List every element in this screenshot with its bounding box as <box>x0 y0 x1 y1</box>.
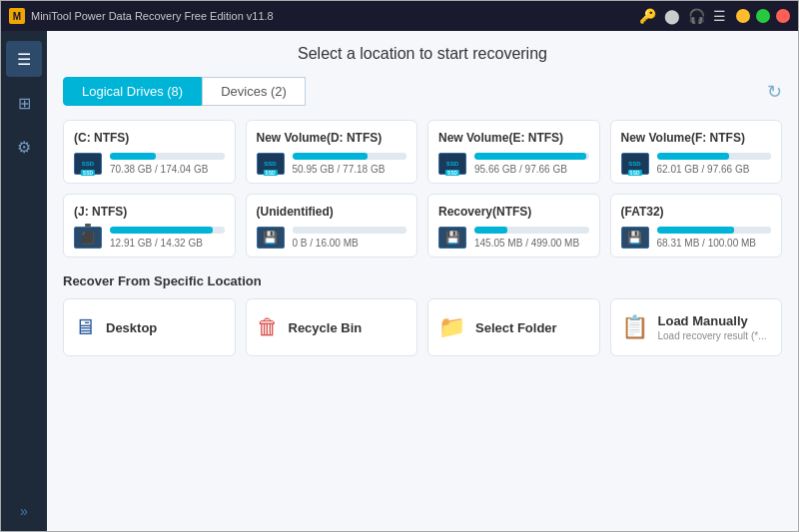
specific-location-title: Recover From Specific Location <box>63 273 782 288</box>
drive-info-6: 145.05 MB / 499.00 MB <box>474 227 589 249</box>
hdd-icon: 💾 <box>257 227 285 249</box>
drive-size-4: 12.91 GB / 14.32 GB <box>110 238 225 249</box>
drive-bar-container-7 <box>657 227 772 234</box>
tab-logical-drives[interactable]: Logical Drives (8) <box>63 77 202 106</box>
close-button[interactable] <box>776 9 790 23</box>
location-label-0: Desktop <box>106 320 157 335</box>
location-card-folder[interactable]: 📁 Select Folder <box>427 298 600 356</box>
drive-size-1: 50.95 GB / 77.18 GB <box>293 164 407 175</box>
app-title: MiniTool Power Data Recovery Free Editio… <box>31 10 633 22</box>
grid-icon: ⊞ <box>18 94 31 113</box>
drive-card-5[interactable]: (Unidentified) 💾 0 B / 16.00 MB <box>246 194 418 258</box>
locations-grid: 🖥 Desktop 🗑 Recycle Bin 📁 Select Folder … <box>63 298 782 356</box>
drive-info-2: 95.66 GB / 97.66 GB <box>474 153 589 175</box>
location-sublabel-3: Load recovery result (*... <box>658 330 767 341</box>
drive-card-3[interactable]: New Volume(F: NTFS) SSD SSD 62.01 GB / 9… <box>610 120 783 184</box>
tab-devices[interactable]: Devices (2) <box>202 77 306 106</box>
drive-info-3: 62.01 GB / 97.66 GB <box>657 153 772 175</box>
drive-bar-2 <box>474 153 586 160</box>
app-container: ☰ ⊞ ⚙ » Select a location to start recov… <box>1 31 798 532</box>
drive-size-2: 95.66 GB / 97.66 GB <box>474 164 589 175</box>
folder-icon: 📁 <box>438 314 465 340</box>
location-label-1: Recycle Bin <box>289 320 363 335</box>
menu-icon[interactable]: ☰ <box>713 8 726 24</box>
window-controls <box>736 9 790 23</box>
headset-icon[interactable]: 🎧 <box>688 8 705 24</box>
drive-info-0: 70.38 GB / 174.04 GB <box>110 153 225 175</box>
ssd-icon: SSD SSD <box>74 153 102 175</box>
minimize-button[interactable] <box>736 9 750 23</box>
sidebar: ☰ ⊞ ⚙ » <box>1 31 47 532</box>
drive-size-7: 68.31 MB / 100.00 MB <box>657 238 772 249</box>
sidebar-bottom: » <box>16 499 32 523</box>
drive-size-6: 145.05 MB / 499.00 MB <box>474 238 589 249</box>
drive-bar-container-1 <box>293 153 407 160</box>
drive-bar-0 <box>110 153 156 160</box>
circle-icon[interactable]: ⬤ <box>664 8 680 24</box>
titlebar-icons: 🔑 ⬤ 🎧 ☰ <box>639 8 726 24</box>
drive-size-3: 62.01 GB / 97.66 GB <box>657 164 772 175</box>
desktop-icon: 🖥 <box>74 314 96 340</box>
drive-bar-container-4 <box>110 227 225 234</box>
hdd-icon: 💾 <box>621 227 649 249</box>
settings-icon: ⚙ <box>17 138 31 157</box>
ssd-icon: SSD SSD <box>438 153 466 175</box>
drive-bar-4 <box>110 227 213 234</box>
sidebar-item-settings[interactable]: ⚙ <box>6 129 42 165</box>
page-title: Select a location to start recovering <box>63 45 782 63</box>
drive-label-7: (FAT32) <box>621 205 772 219</box>
drive-bar-1 <box>293 153 369 160</box>
drive-label-4: (J: NTFS) <box>74 205 225 219</box>
location-label-3: Load Manually <box>658 313 767 328</box>
hdd-icon: 💾 <box>438 227 466 249</box>
ssd-icon: SSD SSD <box>621 153 649 175</box>
drive-bar-container-6 <box>474 227 589 234</box>
drive-info-1: 50.95 GB / 77.18 GB <box>293 153 407 175</box>
drive-bar-7 <box>657 227 735 234</box>
drive-bar-container-0 <box>110 153 225 160</box>
drive-label-1: New Volume(D: NTFS) <box>257 131 407 145</box>
drive-label-2: New Volume(E: NTFS) <box>438 131 589 145</box>
maximize-button[interactable] <box>756 9 770 23</box>
drive-label-6: Recovery(NTFS) <box>438 205 589 219</box>
usb-icon: ⬛ <box>74 227 102 249</box>
drive-card-0[interactable]: (C: NTFS) SSD SSD 70.38 GB / 174.04 GB <box>63 120 236 184</box>
location-label-2: Select Folder <box>475 320 557 335</box>
app-logo: M <box>9 8 25 24</box>
drive-label-0: (C: NTFS) <box>74 131 225 145</box>
drive-card-1[interactable]: New Volume(D: NTFS) SSD SSD 50.95 GB / 7… <box>246 120 418 184</box>
titlebar: M MiniTool Power Data Recovery Free Edit… <box>1 1 798 31</box>
menu-icon: ☰ <box>17 50 31 69</box>
sidebar-item-grid[interactable]: ⊞ <box>6 85 42 121</box>
refresh-icon[interactable]: ↻ <box>767 81 782 103</box>
drive-bar-3 <box>657 153 729 160</box>
expand-arrows[interactable]: » <box>16 499 32 523</box>
drive-bar-container-3 <box>657 153 772 160</box>
main-content: Select a location to start recovering Lo… <box>47 31 798 532</box>
drive-card-4[interactable]: (J: NTFS) ⬛ 12.91 GB / 14.32 GB <box>63 194 236 258</box>
load-icon: 📋 <box>621 314 648 340</box>
tabs-row: Logical Drives (8) Devices (2) ↻ <box>63 77 782 106</box>
drive-size-0: 70.38 GB / 174.04 GB <box>110 164 225 175</box>
recycle-icon: 🗑 <box>257 314 279 340</box>
drive-label-3: New Volume(F: NTFS) <box>621 131 772 145</box>
drive-bar-6 <box>474 227 507 234</box>
location-card-desktop[interactable]: 🖥 Desktop <box>63 298 236 356</box>
drive-bar-container-2 <box>474 153 589 160</box>
drive-size-5: 0 B / 16.00 MB <box>293 238 407 249</box>
drive-card-6[interactable]: Recovery(NTFS) 💾 145.05 MB / 499.00 MB <box>427 194 600 258</box>
ssd-icon: SSD SSD <box>257 153 285 175</box>
drive-info-5: 0 B / 16.00 MB <box>293 227 407 249</box>
drive-bar-container-5 <box>293 227 407 234</box>
drives-grid: (C: NTFS) SSD SSD 70.38 GB / 174.04 GB N… <box>63 120 782 258</box>
drive-card-7[interactable]: (FAT32) 💾 68.31 MB / 100.00 MB <box>610 194 783 258</box>
location-card-load[interactable]: 📋 Load Manually Load recovery result (*.… <box>610 298 783 356</box>
drive-info-7: 68.31 MB / 100.00 MB <box>657 227 772 249</box>
drive-card-2[interactable]: New Volume(E: NTFS) SSD SSD 95.66 GB / 9… <box>427 120 600 184</box>
location-card-recycle[interactable]: 🗑 Recycle Bin <box>246 298 418 356</box>
key-icon[interactable]: 🔑 <box>639 8 656 24</box>
sidebar-item-main[interactable]: ☰ <box>6 41 42 77</box>
drive-label-5: (Unidentified) <box>257 205 407 219</box>
drive-info-4: 12.91 GB / 14.32 GB <box>110 227 225 249</box>
